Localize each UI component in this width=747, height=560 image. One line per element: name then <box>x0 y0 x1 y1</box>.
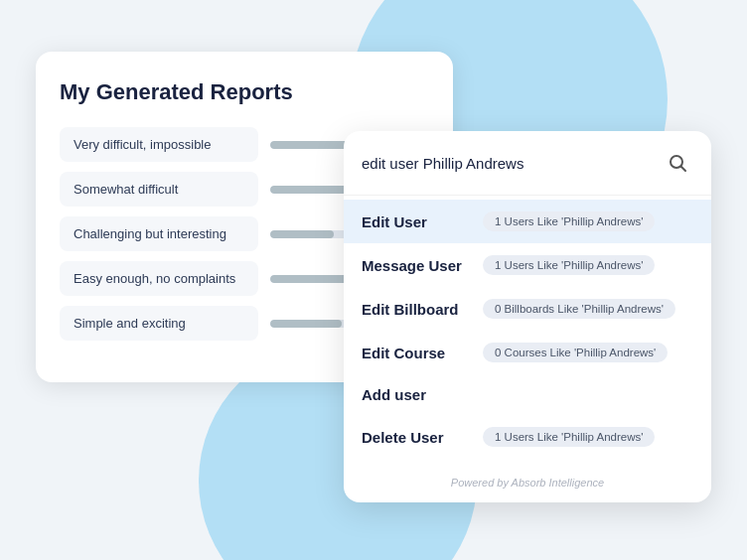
report-label: Somewhat difficult <box>60 172 258 207</box>
command-label: Edit Course <box>362 345 471 361</box>
report-bar-fill <box>270 320 342 328</box>
search-header <box>344 131 711 196</box>
command-item-edit-user[interactable]: Edit User 1 Users Like 'Phillip Andrews' <box>344 200 711 243</box>
command-item-message-user[interactable]: Message User 1 Users Like 'Phillip Andre… <box>344 243 711 287</box>
command-badge: 0 Billboards Like 'Phillip Andrews' <box>483 299 675 319</box>
command-item-edit-billboard[interactable]: Edit Billboard 0 Billboards Like 'Philli… <box>344 287 711 331</box>
command-badge: 1 Users Like 'Phillip Andrews' <box>483 211 655 231</box>
command-badge: 1 Users Like 'Phillip Andrews' <box>483 255 655 275</box>
report-label: Very difficult, impossible <box>60 127 258 162</box>
report-bar-fill <box>270 230 334 238</box>
command-label: Edit User <box>362 213 471 230</box>
command-list: Edit User 1 Users Like 'Phillip Andrews'… <box>344 196 711 467</box>
command-label: Edit Billboard <box>362 301 471 318</box>
reports-title: My Generated Reports <box>60 79 429 105</box>
report-label: Challenging but interesting <box>60 216 258 251</box>
scene: My Generated Reports Very difficult, imp… <box>36 32 711 528</box>
command-item-edit-course[interactable]: Edit Course 0 Courses Like 'Phillip Andr… <box>344 331 711 374</box>
command-label: Message User <box>362 257 471 274</box>
command-badge: 0 Courses Like 'Phillip Andrews' <box>483 343 668 362</box>
search-icon <box>668 153 687 173</box>
search-footer: Powered by Absorb Intelligence <box>344 467 711 502</box>
command-label: Delete User <box>362 429 471 446</box>
command-item-delete-user[interactable]: Delete User 1 Users Like 'Phillip Andrew… <box>344 415 711 459</box>
search-button[interactable] <box>662 147 693 179</box>
search-input[interactable] <box>362 155 652 172</box>
command-label: Add user <box>362 386 471 403</box>
report-label: Simple and exciting <box>60 306 258 341</box>
svg-line-1 <box>681 167 686 172</box>
report-label: Easy enough, no complaints <box>60 261 258 296</box>
command-badge: 1 Users Like 'Phillip Andrews' <box>483 427 655 447</box>
search-card: Edit User 1 Users Like 'Phillip Andrews'… <box>344 131 711 502</box>
command-item-add-user[interactable]: Add user <box>344 374 711 415</box>
